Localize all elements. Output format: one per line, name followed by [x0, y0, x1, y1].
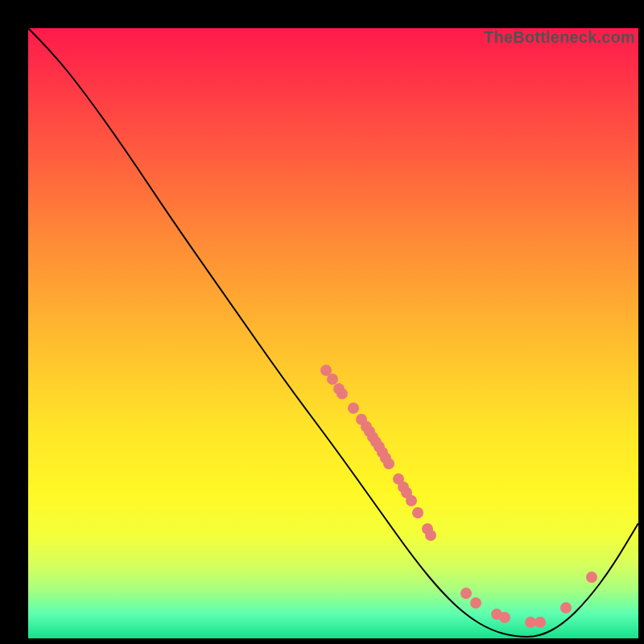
data-point-dot: [425, 530, 436, 541]
data-point-dot: [460, 588, 472, 599]
chart-svg: [28, 28, 638, 638]
bottleneck-curve: [28, 28, 638, 637]
data-point-dot: [470, 597, 481, 609]
data-point-dot: [525, 617, 536, 628]
data-dots-group: [320, 365, 597, 628]
plot-area: TheBottleneck.com: [28, 28, 638, 638]
data-point-dot: [383, 458, 394, 469]
watermark-text: TheBottleneck.com: [484, 28, 635, 47]
data-point-dot: [560, 602, 572, 613]
data-point-dot: [535, 617, 546, 628]
data-point-dot: [412, 507, 423, 518]
data-point-dot: [406, 495, 417, 506]
data-point-dot: [348, 402, 359, 414]
data-point-dot: [586, 572, 597, 583]
data-point-dot: [336, 388, 348, 399]
data-point-dot: [327, 374, 338, 385]
data-point-dot: [499, 612, 510, 623]
chart-frame: TheBottleneck.com: [11, 11, 633, 633]
